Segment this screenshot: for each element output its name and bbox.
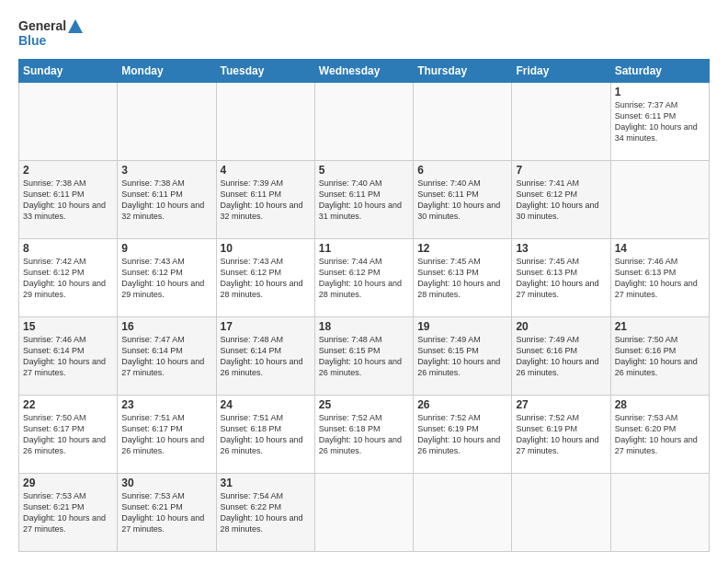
empty-cell	[414, 83, 512, 161]
day-info: Sunrise: 7:54 AM Sunset: 6:22 PM Dayligh…	[221, 490, 311, 535]
day-number: 25	[319, 398, 409, 411]
day-number: 4	[221, 164, 311, 177]
day-number: 23	[121, 398, 211, 411]
header-wednesday: Wednesday	[314, 60, 413, 83]
day-cell-17: 17 Sunrise: 7:48 AM Sunset: 6:14 PM Dayl…	[216, 317, 314, 396]
week-row-3: 15 Sunrise: 7:46 AM Sunset: 6:14 PM Dayl…	[19, 317, 710, 396]
header-friday: Friday	[512, 60, 610, 83]
day-info: Sunrise: 7:47 AM Sunset: 6:14 PM Dayligh…	[121, 334, 211, 379]
day-cell-16: 16 Sunrise: 7:47 AM Sunset: 6:14 PM Dayl…	[118, 317, 216, 396]
header-sunday: Sunday	[19, 60, 118, 83]
day-cell-30: 30 Sunrise: 7:53 AM Sunset: 6:21 PM Dayl…	[118, 474, 216, 552]
day-number: 9	[121, 242, 211, 255]
header-saturday: Saturday	[610, 60, 709, 83]
empty-cell	[414, 474, 512, 552]
day-cell-21: 21 Sunrise: 7:50 AM Sunset: 6:16 PM Dayl…	[610, 317, 709, 396]
day-cell-23: 23 Sunrise: 7:51 AM Sunset: 6:17 PM Dayl…	[118, 396, 216, 474]
day-cell-15: 15 Sunrise: 7:46 AM Sunset: 6:14 PM Dayl…	[19, 317, 118, 396]
day-info: Sunrise: 7:40 AM Sunset: 6:11 PM Dayligh…	[417, 178, 507, 223]
day-info: Sunrise: 7:37 AM Sunset: 6:11 PM Dayligh…	[615, 99, 705, 144]
day-info: Sunrise: 7:43 AM Sunset: 6:12 PM Dayligh…	[121, 256, 211, 301]
day-number: 17	[221, 320, 311, 333]
empty-cell	[512, 474, 610, 552]
day-info: Sunrise: 7:52 AM Sunset: 6:19 PM Dayligh…	[417, 412, 507, 457]
day-number: 29	[23, 477, 113, 489]
day-info: Sunrise: 7:45 AM Sunset: 6:13 PM Dayligh…	[417, 256, 507, 301]
day-cell-25: 25 Sunrise: 7:52 AM Sunset: 6:18 PM Dayl…	[314, 396, 413, 474]
day-cell-24: 24 Sunrise: 7:51 AM Sunset: 6:18 PM Dayl…	[216, 396, 314, 474]
svg-text:General: General	[18, 18, 66, 33]
empty-cell	[19, 83, 118, 161]
day-number: 7	[516, 164, 606, 177]
svg-text:Blue: Blue	[18, 33, 47, 48]
day-number: 14	[615, 242, 705, 255]
day-info: Sunrise: 7:48 AM Sunset: 6:15 PM Dayligh…	[319, 334, 409, 379]
day-cell-3: 3 Sunrise: 7:38 AM Sunset: 6:11 PM Dayli…	[118, 161, 216, 239]
calendar-table: SundayMondayTuesdayWednesdayThursdayFrid…	[18, 59, 710, 552]
day-info: Sunrise: 7:39 AM Sunset: 6:11 PM Dayligh…	[221, 178, 311, 223]
day-info: Sunrise: 7:44 AM Sunset: 6:12 PM Dayligh…	[319, 256, 409, 301]
day-info: Sunrise: 7:52 AM Sunset: 6:18 PM Dayligh…	[319, 412, 409, 457]
day-number: 6	[417, 164, 507, 177]
day-number: 16	[121, 320, 211, 333]
day-info: Sunrise: 7:51 AM Sunset: 6:17 PM Dayligh…	[121, 412, 211, 457]
day-cell-8: 8 Sunrise: 7:42 AM Sunset: 6:12 PM Dayli…	[19, 239, 118, 317]
day-cell-12: 12 Sunrise: 7:45 AM Sunset: 6:13 PM Dayl…	[414, 239, 512, 317]
day-cell-4: 4 Sunrise: 7:39 AM Sunset: 6:11 PM Dayli…	[216, 161, 314, 239]
day-cell-31: 31 Sunrise: 7:54 AM Sunset: 6:22 PM Dayl…	[216, 474, 314, 552]
day-cell-10: 10 Sunrise: 7:43 AM Sunset: 6:12 PM Dayl…	[216, 239, 314, 317]
day-number: 15	[23, 320, 113, 333]
day-info: Sunrise: 7:42 AM Sunset: 6:12 PM Dayligh…	[23, 256, 113, 301]
day-cell-26: 26 Sunrise: 7:52 AM Sunset: 6:19 PM Dayl…	[414, 396, 512, 474]
week-row-1: 2 Sunrise: 7:38 AM Sunset: 6:11 PM Dayli…	[19, 161, 710, 239]
week-row-2: 8 Sunrise: 7:42 AM Sunset: 6:12 PM Dayli…	[19, 239, 710, 317]
week-row-4: 22 Sunrise: 7:50 AM Sunset: 6:17 PM Dayl…	[19, 396, 710, 474]
day-number: 8	[23, 242, 113, 255]
header: General Blue	[18, 15, 710, 52]
day-number: 20	[516, 320, 606, 333]
day-number: 3	[121, 164, 211, 177]
day-info: Sunrise: 7:38 AM Sunset: 6:11 PM Dayligh…	[23, 178, 113, 223]
day-cell-5: 5 Sunrise: 7:40 AM Sunset: 6:11 PM Dayli…	[314, 161, 413, 239]
day-number: 31	[221, 477, 311, 489]
day-cell-29: 29 Sunrise: 7:53 AM Sunset: 6:21 PM Dayl…	[19, 474, 118, 552]
day-info: Sunrise: 7:52 AM Sunset: 6:19 PM Dayligh…	[516, 412, 606, 457]
empty-cell	[610, 474, 709, 552]
header-monday: Monday	[118, 60, 216, 83]
empty-cell	[512, 83, 610, 161]
day-cell-13: 13 Sunrise: 7:45 AM Sunset: 6:13 PM Dayl…	[512, 239, 610, 317]
week-row-5: 29 Sunrise: 7:53 AM Sunset: 6:21 PM Dayl…	[19, 474, 710, 552]
header-tuesday: Tuesday	[216, 60, 314, 83]
day-cell-27: 27 Sunrise: 7:52 AM Sunset: 6:19 PM Dayl…	[512, 396, 610, 474]
day-number: 5	[319, 164, 409, 177]
day-info: Sunrise: 7:53 AM Sunset: 6:21 PM Dayligh…	[121, 490, 211, 535]
day-number: 10	[221, 242, 311, 255]
day-number: 13	[516, 242, 606, 255]
day-info: Sunrise: 7:45 AM Sunset: 6:13 PM Dayligh…	[516, 256, 606, 301]
day-number: 24	[221, 398, 311, 411]
day-cell-14: 14 Sunrise: 7:46 AM Sunset: 6:13 PM Dayl…	[610, 239, 709, 317]
day-info: Sunrise: 7:43 AM Sunset: 6:12 PM Dayligh…	[221, 256, 311, 301]
logo: General Blue	[18, 15, 83, 52]
day-info: Sunrise: 7:51 AM Sunset: 6:18 PM Dayligh…	[221, 412, 311, 457]
day-info: Sunrise: 7:46 AM Sunset: 6:13 PM Dayligh…	[615, 256, 705, 301]
day-cell-6: 6 Sunrise: 7:40 AM Sunset: 6:11 PM Dayli…	[414, 161, 512, 239]
day-number: 26	[417, 398, 507, 411]
day-number: 2	[23, 164, 113, 177]
empty-cell	[118, 83, 216, 161]
day-info: Sunrise: 7:48 AM Sunset: 6:14 PM Dayligh…	[221, 334, 311, 379]
day-info: Sunrise: 7:41 AM Sunset: 6:12 PM Dayligh…	[516, 178, 606, 223]
day-cell-7: 7 Sunrise: 7:41 AM Sunset: 6:12 PM Dayli…	[512, 161, 610, 239]
day-cell-18: 18 Sunrise: 7:48 AM Sunset: 6:15 PM Dayl…	[314, 317, 413, 396]
day-cell-2: 2 Sunrise: 7:38 AM Sunset: 6:11 PM Dayli…	[19, 161, 118, 239]
page: General Blue SundayMondayTuesdayWednesda…	[0, 0, 728, 563]
day-number: 19	[417, 320, 507, 333]
day-cell-9: 9 Sunrise: 7:43 AM Sunset: 6:12 PM Dayli…	[118, 239, 216, 317]
day-info: Sunrise: 7:46 AM Sunset: 6:14 PM Dayligh…	[23, 334, 113, 379]
day-info: Sunrise: 7:50 AM Sunset: 6:17 PM Dayligh…	[23, 412, 113, 457]
svg-marker-2	[68, 19, 83, 33]
logo-svg: General Blue	[18, 15, 83, 52]
week-row-0: 1 Sunrise: 7:37 AM Sunset: 6:11 PM Dayli…	[19, 83, 710, 161]
day-cell-19: 19 Sunrise: 7:49 AM Sunset: 6:15 PM Dayl…	[414, 317, 512, 396]
day-number: 28	[615, 398, 705, 411]
